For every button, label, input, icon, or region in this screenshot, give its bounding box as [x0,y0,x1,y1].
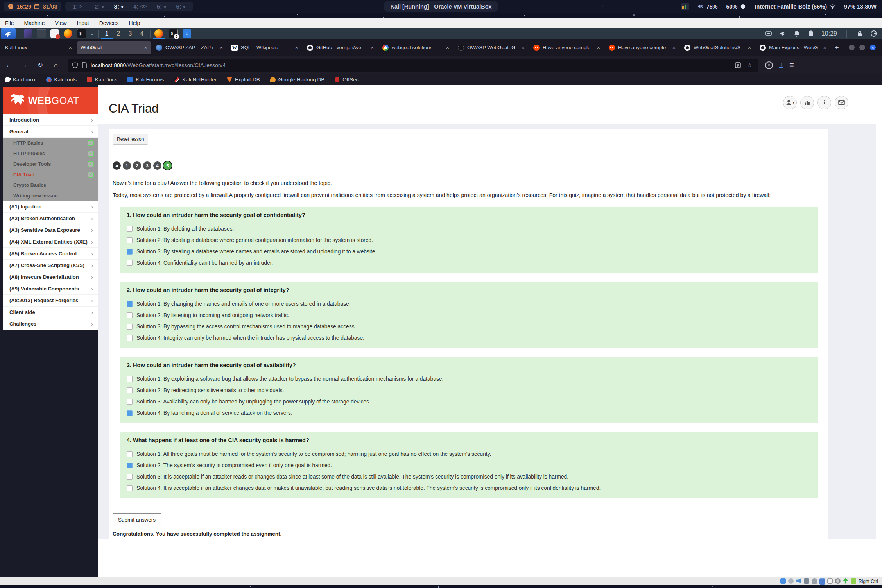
taskbar-window-downloads[interactable]: ↓ [183,29,191,38]
tab-close-icon[interactable]: × [371,45,374,51]
tab-close-icon[interactable]: × [522,45,525,51]
guest-workspace-3[interactable]: 3 [124,29,136,39]
browser-tab[interactable]: OWASP ZAP – ZAP i× [152,41,226,54]
file-manager-launcher[interactable] [37,29,46,38]
checkbox-checked[interactable] [127,301,133,307]
clipboard-icon[interactable] [807,30,814,37]
answer-option[interactable]: Solution 1: All three goals must be harm… [127,448,812,460]
checkbox-unchecked[interactable] [127,399,133,405]
bookmark-exploitdb[interactable]: Exploit-DB [227,77,260,82]
sidebar-item--a2-broken-authentication[interactable]: (A2) Broken Authentication› [3,213,98,224]
answer-option[interactable]: Solution 2: By stealing a database where… [127,235,812,246]
menu-view[interactable]: View [50,20,72,26]
answer-option[interactable]: Solution 3: Availability can only be har… [127,396,812,407]
browser-tab[interactable]: webgoat solutions -× [379,41,453,54]
host-clock-widget[interactable]: 16:29 31/03 [4,2,61,11]
volume-icon[interactable] [779,30,786,37]
checkbox-unchecked[interactable] [127,376,133,382]
host-workspace-4[interactable]: 4:</> [130,3,151,10]
sidebar-item-general[interactable]: General› [3,126,98,138]
bookmark-tools[interactable]: Kali Tools [46,77,77,82]
sidebar-lesson-http-basics[interactable]: HTTP Basics✓ [3,138,98,148]
answer-option[interactable]: Solution 4: Integrity can only be harmed… [127,332,812,344]
tab-close-icon[interactable]: × [295,45,298,51]
power-indicator[interactable]: 97% 13.80W [844,4,877,10]
taskbar-window-terminal[interactable]: $_3 [169,29,178,38]
sidebar-item--a3-sensitive-data-exposure[interactable]: (A3) Sensitive Data Exposure› [3,224,98,236]
tab-close-icon[interactable]: × [69,45,72,51]
new-tab-button[interactable]: + [831,42,843,54]
sidebar-lesson-cia-triad[interactable]: CIA Triad✓ [3,169,98,180]
guest-workspace-1[interactable]: 1 [101,29,113,39]
sidebar-item--a9-vulnerable-components[interactable]: (A9) Vulnerable Components› [3,283,98,295]
tab-close-icon[interactable]: × [446,45,449,51]
recording-status-icon[interactable] [835,578,841,584]
page-info-icon[interactable] [82,62,87,68]
downloads-icon[interactable]: ↓ [779,62,783,68]
answer-option[interactable]: Solution 2: By listening to incoming and… [127,310,812,321]
browser-tab[interactable]: WebGoat× [77,41,151,54]
sidebar-item--a7-cross-site-scripting-xss-[interactable]: (A7) Cross-Site Scripting (XSS)› [3,260,98,271]
maximize-button[interactable] [859,45,865,50]
vm-window-title[interactable]: Kali [Running] - Oracle VM VirtualBox [384,1,498,12]
bookmark-nethunter[interactable]: Kali NetHunter [174,77,217,82]
answer-option[interactable]: Solution 1: By changing the names and em… [127,298,812,310]
keyboard-status-icon[interactable] [851,578,856,584]
browser-tab[interactable]: WebGoatSolutions/S× [681,41,755,54]
network-indicator[interactable]: Internet Familie Bolz (66%) [755,4,835,10]
sidebar-item-introduction[interactable]: Introduction› [3,114,98,126]
reset-lesson-button[interactable]: Reset lesson [113,134,148,145]
audio-status-icon[interactable] [796,578,801,584]
answer-option[interactable]: Solution 4: Confidentiality can't be har… [127,257,812,269]
menu-machine[interactable]: Machine [19,20,50,26]
sidebar-item--a5-broken-access-control[interactable]: (A5) Broken Access Control› [3,248,98,260]
checkbox-unchecked[interactable] [127,387,133,393]
logout-icon[interactable] [870,30,877,37]
minimize-button[interactable] [849,45,855,50]
tab-close-icon[interactable]: × [597,45,600,51]
reload-button[interactable]: ↻ [34,59,47,71]
answer-option[interactable]: Solution 1: By deleting all the database… [127,223,812,235]
menu-file[interactable]: File [0,20,19,26]
launcher-dropdown-icon[interactable]: ⌄ [90,31,94,36]
answer-option[interactable]: Solution 2: By redirecting sensitive ema… [127,385,812,396]
answer-option[interactable]: Solution 3: By stealing a database where… [127,246,812,257]
checkbox-unchecked[interactable] [127,312,133,318]
volume-indicator[interactable]: 75% [697,4,717,10]
checkbox-unchecked[interactable] [127,324,133,330]
checkbox-checked[interactable] [127,463,133,468]
guest-workspace-2[interactable]: 2 [113,29,124,39]
checkbox-unchecked[interactable] [127,260,133,266]
menu-input[interactable]: Input [72,20,94,26]
guest-clock[interactable]: 10:29 [821,30,837,37]
bookmark-forums[interactable]: Kali Forums [127,77,164,82]
sidebar-item--a8-2013-request-forgeries[interactable]: (A8:2013) Request Forgeries› [3,295,98,307]
checkbox-unchecked[interactable] [127,335,133,341]
pager-page-3[interactable]: 3 [143,161,151,170]
menu-devices[interactable]: Devices [94,20,124,26]
browser-tab[interactable]: Main Exploits · WebG× [756,41,830,54]
home-button[interactable]: ⌂ [49,59,63,71]
browser-tab[interactable]: Kali Linux× [2,41,75,54]
checkbox-unchecked[interactable] [127,474,133,480]
sidebar-item--a4-xml-external-entities-xxe-[interactable]: (A4) XML External Entities (XXE)› [3,236,98,248]
brightness-indicator[interactable]: 50% [726,4,746,10]
shared-folders-status-icon[interactable] [819,578,825,585]
bookmark-docs[interactable]: Kali Docs [87,77,117,82]
sidebar-lesson-developer-tools[interactable]: Developer Tools✓ [3,159,98,169]
bookmark-star-icon[interactable]: ☆ [746,61,754,70]
user-menu-button[interactable]: ▾ [783,96,797,109]
answer-option[interactable]: Solution 2: The system's security is com… [127,460,812,471]
webgoat-logo[interactable]: WEBGOAT [3,87,98,114]
reader-mode-icon[interactable] [733,61,742,70]
browser-tab[interactable]: Have anyone comple× [605,41,679,54]
lock-screen-icon[interactable] [856,30,863,37]
sidebar-item--a1-injection[interactable]: (A1) Injection› [3,201,98,213]
close-button[interactable]: × [870,45,876,50]
answer-option[interactable]: Solution 4: By launching a denial of ser… [127,407,812,419]
pager-page-1[interactable]: 1 [123,161,131,170]
tab-close-icon[interactable]: × [220,45,223,51]
display-status-icon[interactable] [780,578,786,584]
host-workspace-2[interactable]: 2:● [91,3,108,10]
menu-help[interactable]: Help [124,20,145,26]
